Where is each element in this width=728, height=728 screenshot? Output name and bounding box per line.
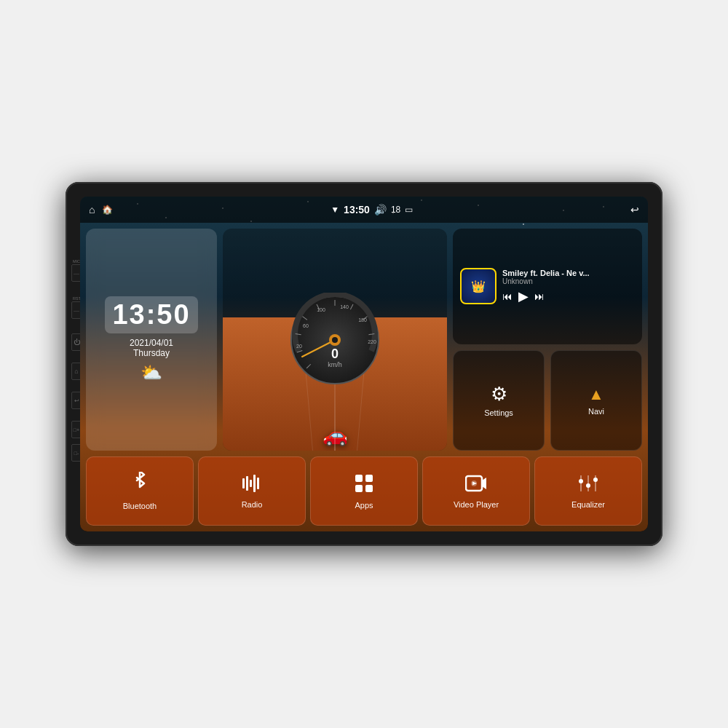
volume-icon: 🔊 bbox=[374, 204, 387, 215]
top-row: 13:50 2021/04/01 Thursday ⛅ bbox=[86, 229, 642, 451]
equalizer-button[interactable]: Equalizer bbox=[534, 456, 642, 526]
play-button[interactable]: ▶ bbox=[518, 288, 529, 304]
svg-rect-21 bbox=[242, 478, 245, 488]
clock-date: 2021/04/01 Thursday bbox=[130, 338, 173, 358]
bluetooth-label: Bluetooth bbox=[123, 502, 157, 510]
svg-point-35 bbox=[586, 483, 590, 488]
music-widget: 👑 Smiley ft. Delia - Ne v... Unknown ⏮ ▶… bbox=[453, 229, 642, 344]
status-right: ↩ bbox=[630, 204, 639, 215]
music-info: Smiley ft. Delia - Ne v... Unknown ⏮ ▶ ⏭ bbox=[502, 269, 635, 304]
apps-icon bbox=[354, 473, 374, 496]
apps-button[interactable]: Apps bbox=[310, 456, 418, 526]
music-controls: ⏮ ▶ ⏭ bbox=[502, 288, 635, 304]
music-title: Smiley ft. Delia - Ne v... bbox=[502, 269, 635, 277]
svg-rect-22 bbox=[246, 476, 248, 491]
status-bar: ⌂ 🏠 ▼ 13:50 🔊 18 ▭ ↩ bbox=[80, 197, 648, 223]
svg-text:km/h: km/h bbox=[328, 361, 342, 368]
settings-icon: ⚙ bbox=[491, 383, 507, 405]
svg-point-18 bbox=[332, 337, 338, 343]
battery-icon: ▭ bbox=[405, 205, 413, 215]
album-art: 👑 bbox=[460, 268, 496, 304]
back-icon[interactable]: ↩ bbox=[630, 204, 639, 215]
svg-text:220: 220 bbox=[368, 339, 376, 344]
svg-text:180: 180 bbox=[358, 317, 367, 323]
volume-level: 18 bbox=[391, 205, 400, 215]
svg-text:100: 100 bbox=[317, 307, 325, 312]
bluetooth-button[interactable]: Bluetooth bbox=[86, 456, 194, 526]
svg-point-33 bbox=[579, 479, 583, 483]
settings-label: Settings bbox=[484, 408, 513, 417]
car-head-unit: MIC — RST — ⏻ ⌂ ↩ □+ □- bbox=[66, 182, 662, 546]
svg-point-37 bbox=[593, 478, 598, 482]
android-home-icon[interactable]: 🏠 bbox=[102, 205, 113, 215]
bottom-app-row: Bluetooth Rad bbox=[86, 456, 642, 526]
weather-icon: ⛅ bbox=[141, 363, 162, 383]
svg-rect-23 bbox=[250, 480, 252, 487]
main-content: 13:50 2021/04/01 Thursday ⛅ bbox=[80, 223, 648, 531]
navi-label: Navi bbox=[588, 407, 604, 416]
main-screen: ⌂ 🏠 ▼ 13:50 🔊 18 ▭ ↩ bbox=[80, 197, 648, 531]
radio-button[interactable]: Radio bbox=[198, 456, 306, 526]
clock-display: 13:50 bbox=[105, 296, 197, 333]
svg-rect-28 bbox=[355, 485, 363, 492]
speedometer-gauge: 20 60 100 140 180 220 0 bbox=[288, 293, 382, 387]
weather-widget: ⛅ bbox=[141, 363, 162, 383]
svg-text:60: 60 bbox=[303, 323, 309, 328]
album-crown-icon: 👑 bbox=[471, 280, 486, 293]
bluetooth-icon bbox=[130, 472, 150, 497]
clock-widget: 13:50 2021/04/01 Thursday ⛅ bbox=[86, 229, 217, 451]
svg-rect-24 bbox=[253, 475, 256, 492]
equalizer-icon bbox=[578, 474, 598, 496]
screen-bezel: ⌂ 🏠 ▼ 13:50 🔊 18 ▭ ↩ bbox=[80, 197, 648, 531]
settings-button[interactable]: ⚙ Settings bbox=[453, 350, 545, 451]
apps-label: Apps bbox=[355, 501, 373, 510]
svg-text:20: 20 bbox=[296, 344, 302, 349]
video-icon bbox=[465, 474, 487, 496]
right-widgets: 👑 Smiley ft. Delia - Ne v... Unknown ⏮ ▶… bbox=[453, 229, 642, 451]
navi-icon: ▲ bbox=[588, 385, 604, 404]
svg-rect-29 bbox=[365, 485, 373, 492]
svg-text:0: 0 bbox=[331, 347, 339, 361]
equalizer-label: Equalizer bbox=[571, 500, 605, 509]
settings-navi-row: ⚙ Settings ▲ Navi bbox=[453, 350, 642, 451]
status-center: ▼ 13:50 🔊 18 ▭ bbox=[331, 204, 413, 215]
svg-rect-27 bbox=[365, 475, 373, 482]
home-icon[interactable]: ⌂ bbox=[89, 204, 95, 215]
prev-button[interactable]: ⏮ bbox=[502, 290, 513, 302]
wifi-icon: ▼ bbox=[331, 205, 339, 215]
status-left: ⌂ 🏠 bbox=[89, 204, 113, 215]
svg-text:140: 140 bbox=[340, 304, 349, 309]
svg-rect-25 bbox=[257, 478, 259, 489]
status-time: 13:50 bbox=[344, 204, 370, 215]
svg-rect-26 bbox=[355, 475, 363, 482]
music-artist: Unknown bbox=[502, 277, 635, 285]
navi-button[interactable]: ▲ Navi bbox=[550, 350, 642, 451]
radio-label: Radio bbox=[242, 500, 263, 509]
radio-icon bbox=[241, 474, 263, 496]
speedometer-widget: 🚗 bbox=[223, 229, 447, 451]
video-player-button[interactable]: Video Player bbox=[422, 456, 530, 526]
video-player-label: Video Player bbox=[454, 500, 499, 509]
next-button[interactable]: ⏭ bbox=[534, 290, 545, 302]
